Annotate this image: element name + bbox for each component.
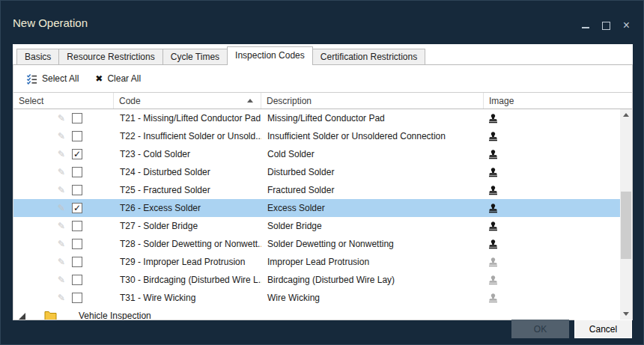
group-expander-icon[interactable] <box>19 313 25 320</box>
row-checkbox[interactable] <box>72 221 82 231</box>
description-cell: Fractured Solder <box>261 185 484 195</box>
description-cell: Birdcaging (Disturbed Wire Lay) <box>261 275 484 285</box>
dialog-footer: OK Cancel <box>511 320 632 338</box>
description-cell: Disturbed Solder <box>261 167 484 177</box>
select-all-button[interactable]: Select All <box>22 71 82 87</box>
code-cell: T25 - Fractured Solder <box>114 185 261 195</box>
select-cell: ✎ <box>13 293 114 303</box>
stamp-image-icon <box>487 257 499 268</box>
table-row[interactable]: ✎ ✓ T23 - Cold Solder Cold Solder <box>13 145 620 163</box>
edit-pencil-icon: ✎ <box>58 221 65 231</box>
stamp-image-icon <box>487 221 499 232</box>
image-cell <box>484 203 620 214</box>
grid-header: Select Code Description Image <box>13 93 632 109</box>
image-cell <box>484 113 620 124</box>
code-cell: T29 - Improper Lead Protrusion <box>114 257 261 267</box>
scrollbar-thumb[interactable] <box>621 192 631 259</box>
edit-pencil-icon: ✎ <box>58 185 65 195</box>
inspection-codes-grid: Select Code Description Image ✎ T21 - Mi… <box>13 92 632 320</box>
scrollbar-track[interactable] <box>620 120 632 308</box>
description-cell: Excess Solder <box>261 203 484 213</box>
description-cell: Solder Bridge <box>261 221 484 231</box>
edit-pencil-icon: ✎ <box>58 257 65 267</box>
select-cell: ✎ <box>13 113 114 123</box>
row-checkbox[interactable] <box>72 293 82 303</box>
stamp-image-icon <box>487 185 499 196</box>
scroll-up-button[interactable] <box>620 109 632 120</box>
code-cell: T23 - Cold Solder <box>114 149 261 159</box>
table-row[interactable]: ✎ T25 - Fractured Solder Fractured Solde… <box>13 181 620 199</box>
image-cell <box>484 293 620 304</box>
row-checkbox[interactable] <box>72 185 82 195</box>
column-header-code-label: Code <box>119 96 141 106</box>
description-cell: Solder Dewetting or Nonwetting <box>261 239 484 249</box>
grid-rows: ✎ T21 - Missing/Lifted Conductor Pad Mis… <box>13 109 620 320</box>
description-cell: Insufficient Solder or Unsoldered Connec… <box>261 131 484 141</box>
edit-pencil-icon: ✎ <box>58 293 65 303</box>
row-checkbox[interactable]: ✓ <box>72 149 82 159</box>
column-header-image[interactable]: Image <box>484 93 632 109</box>
row-checkbox[interactable]: ✓ <box>72 203 82 213</box>
tab-cycle-times[interactable]: Cycle Times <box>162 49 228 65</box>
code-cell: T21 - Missing/Lifted Conductor Pad <box>114 113 261 123</box>
table-row[interactable]: ✎ T21 - Missing/Lifted Conductor Pad Mis… <box>13 109 620 127</box>
select-cell: ✎ <box>13 131 114 141</box>
table-row[interactable]: ✎ T27 - Solder Bridge Solder Bridge <box>13 217 620 235</box>
window-controls: × <box>582 21 630 30</box>
row-checkbox[interactable] <box>72 257 82 267</box>
description-cell: Cold Solder <box>261 149 484 159</box>
row-checkbox[interactable] <box>72 275 82 285</box>
table-row[interactable]: ✎ T30 - Birdcaging (Disturbed Wire L... … <box>13 271 620 289</box>
column-header-description[interactable]: Description <box>261 93 484 109</box>
table-row[interactable]: ✎ T29 - Improper Lead Protrusion Imprope… <box>13 253 620 271</box>
tab-inspection-codes[interactable]: Inspection Codes <box>227 46 313 65</box>
table-row[interactable]: ✎ T28 - Solder Dewetting or Nonwett... S… <box>13 235 620 253</box>
scroll-down-button[interactable] <box>620 308 632 320</box>
stamp-image-icon <box>487 239 499 250</box>
tabstrip: Basics Resource Restrictions Cycle Times… <box>16 46 633 65</box>
stamp-image-icon <box>487 131 499 142</box>
scroll-up-icon <box>623 113 629 117</box>
stamp-image-icon <box>487 167 499 178</box>
row-checkbox[interactable] <box>72 113 82 123</box>
close-icon[interactable]: × <box>623 21 630 30</box>
row-checkbox[interactable] <box>72 167 82 177</box>
column-header-code[interactable]: Code <box>114 93 261 109</box>
table-row[interactable]: ✎ ✓ T26 - Excess Solder Excess Solder <box>13 199 620 217</box>
image-cell <box>484 149 620 160</box>
edit-pencil-icon: ✎ <box>58 239 65 249</box>
ok-button[interactable]: OK <box>511 320 569 338</box>
image-cell <box>484 185 620 196</box>
row-checkbox[interactable] <box>72 239 82 249</box>
group-row[interactable]: Vehicle Inspection <box>13 307 620 320</box>
image-cell <box>484 167 620 178</box>
select-cell: ✎ ✓ <box>13 203 114 213</box>
minimize-icon[interactable] <box>582 22 589 29</box>
edit-pencil-icon: ✎ <box>58 131 65 141</box>
clear-all-button[interactable]: ✖ Clear All <box>91 71 145 86</box>
tab-basics[interactable]: Basics <box>16 49 59 65</box>
table-row[interactable]: ✎ T31 - Wire Wicking Wire Wicking <box>13 289 620 307</box>
table-row[interactable]: ✎ T24 - Disturbed Solder Disturbed Solde… <box>13 163 620 181</box>
column-header-select[interactable]: Select <box>13 93 114 109</box>
stamp-image-icon <box>487 149 499 160</box>
code-cell: T31 - Wire Wicking <box>114 293 261 303</box>
cancel-button[interactable]: Cancel <box>574 320 632 338</box>
vertical-scrollbar[interactable] <box>620 109 632 320</box>
description-cell: Missing/Lifted Conductor Pad <box>261 113 484 123</box>
code-cell: T28 - Solder Dewetting or Nonwett... <box>114 239 261 249</box>
select-cell: ✎ <box>13 185 114 195</box>
table-row[interactable]: ✎ T22 - Insufficient Solder or Unsold...… <box>13 127 620 145</box>
stamp-image-icon <box>487 293 499 304</box>
code-cell: T26 - Excess Solder <box>114 203 261 213</box>
maximize-icon[interactable] <box>602 22 610 30</box>
edit-pencil-icon: ✎ <box>58 275 65 285</box>
code-cell: T30 - Birdcaging (Disturbed Wire L... <box>114 275 261 285</box>
group-label: Vehicle Inspection <box>79 311 151 320</box>
row-checkbox[interactable] <box>72 131 82 141</box>
code-cell: T22 - Insufficient Solder or Unsold... <box>114 131 261 141</box>
tab-certification-restrictions[interactable]: Certification Restrictions <box>312 49 425 65</box>
edit-pencil-icon: ✎ <box>58 113 65 123</box>
image-cell <box>484 239 620 250</box>
tab-resource-restrictions[interactable]: Resource Restrictions <box>58 49 162 65</box>
